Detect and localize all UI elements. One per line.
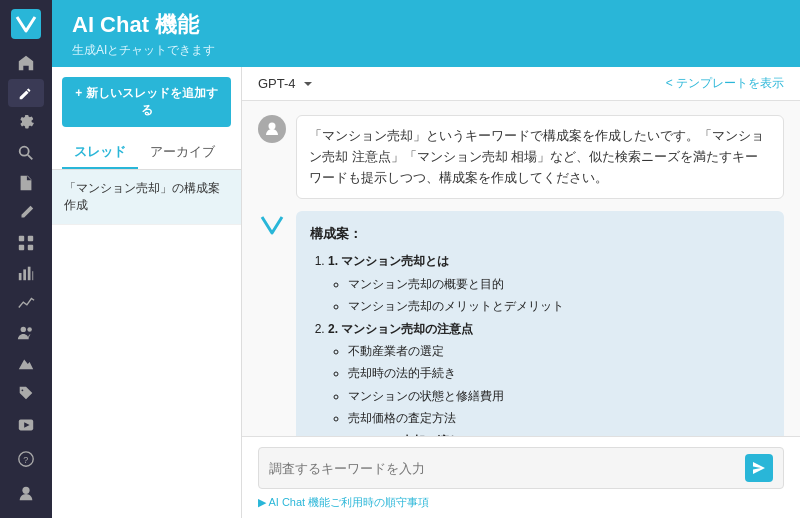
help-icon[interactable]: ? <box>8 443 44 475</box>
list-item: マンション売却の概要と目的 <box>348 274 770 294</box>
svg-text:?: ? <box>23 455 28 465</box>
dropdown-icon <box>302 78 314 90</box>
chat-messages: 「マンション売却」というキーワードで構成案を作成したいです。「マンション売却 注… <box>242 101 800 436</box>
grid-icon[interactable] <box>8 229 44 257</box>
svg-point-11 <box>21 327 26 332</box>
svg-rect-3 <box>19 236 24 241</box>
model-label: GPT-4 <box>258 76 296 91</box>
svg-rect-7 <box>19 273 22 280</box>
list-item: 売却価格の査定方法 <box>348 408 770 428</box>
pen-icon[interactable] <box>8 199 44 227</box>
mountain-icon[interactable] <box>8 349 44 377</box>
user-message-text: 「マンション売却」というキーワードで構成案を作成したいです。「マンション売却 注… <box>296 115 784 199</box>
list-item: マンションの状態と修繕費用 <box>348 386 770 406</box>
user-icon[interactable] <box>8 477 44 509</box>
svg-rect-9 <box>28 266 31 280</box>
list-item: 売却時の法的手続き <box>348 363 770 383</box>
svg-point-17 <box>22 487 29 494</box>
chat-notice[interactable]: AI Chat 機能ご利用時の順守事項 <box>258 495 784 510</box>
svg-rect-6 <box>28 245 33 250</box>
send-icon <box>752 461 766 475</box>
svg-point-12 <box>27 327 32 332</box>
chat-input[interactable] <box>269 461 737 476</box>
tabs: スレッド アーカイブ <box>52 137 241 170</box>
list-item: マンション売却のメリットとデメリット <box>348 296 770 316</box>
svg-rect-5 <box>19 245 24 250</box>
tag-icon[interactable] <box>8 379 44 407</box>
ai-message-content: 構成案： 1. マンション売却とは マンション売却の概要と目的 マンション売却の… <box>296 211 784 436</box>
settings-icon[interactable] <box>8 109 44 137</box>
section-1-title: 1. マンション売却とは マンション売却の概要と目的 マンション売却のメリットと… <box>328 251 770 316</box>
section-2-title: 2. マンション売却の注意点 不動産業者の選定 売却時の法的手続き マンションの… <box>328 319 770 429</box>
tab-archive[interactable]: アーカイブ <box>138 137 227 169</box>
svg-rect-10 <box>32 271 33 280</box>
user-avatar <box>258 115 286 143</box>
svg-rect-8 <box>23 269 26 280</box>
thread-list: 「マンション売却」の構成案作成 <box>52 170 241 518</box>
thread-item[interactable]: 「マンション売却」の構成案作成 <box>52 170 241 225</box>
right-panel: GPT-4 < テンプレートを表示 「マンション売却」というキーワードで構成案を… <box>242 67 800 518</box>
people-icon[interactable] <box>8 319 44 347</box>
add-thread-button[interactable]: + 新しいスレッドを追加する <box>62 77 231 127</box>
model-selector[interactable]: GPT-4 <box>258 76 314 91</box>
edit-icon[interactable] <box>8 79 44 107</box>
svg-line-2 <box>28 154 33 159</box>
ai-message: 構成案： 1. マンション売却とは マンション売却の概要と目的 マンション売却の… <box>258 211 784 436</box>
page-subtitle: 生成AIとチャットできます <box>72 42 780 59</box>
chat-toolbar: GPT-4 < テンプレートを表示 <box>242 67 800 101</box>
main-content: AI Chat 機能 生成AIとチャットできます + 新しいスレッドを追加する … <box>52 0 800 518</box>
send-button[interactable] <box>745 454 773 482</box>
graph-icon[interactable] <box>8 289 44 317</box>
left-panel: + 新しいスレッドを追加する スレッド アーカイブ 「マンション売却」の構成案作… <box>52 67 242 518</box>
outline-title: 構成案： <box>310 223 770 245</box>
header: AI Chat 機能 生成AIとチャットできます <box>52 0 800 67</box>
sidebar: ? <box>0 0 52 518</box>
ai-avatar <box>258 211 286 239</box>
chat-input-row <box>258 447 784 489</box>
user-message: 「マンション売却」というキーワードで構成案を作成したいです。「マンション売却 注… <box>258 115 784 199</box>
template-button[interactable]: < テンプレートを表示 <box>666 75 784 92</box>
home-icon[interactable] <box>8 49 44 77</box>
search-icon[interactable] <box>8 139 44 167</box>
chat-input-area: AI Chat 機能ご利用時の順守事項 <box>242 436 800 518</box>
chart-icon[interactable] <box>8 259 44 287</box>
content-area: + 新しいスレッドを追加する スレッド アーカイブ 「マンション売却」の構成案作… <box>52 67 800 518</box>
file-icon[interactable] <box>8 169 44 197</box>
page-title: AI Chat 機能 <box>72 10 780 40</box>
tab-thread[interactable]: スレッド <box>62 137 138 169</box>
list-item: 不動産業者の選定 <box>348 341 770 361</box>
svg-point-1 <box>20 146 29 155</box>
svg-rect-4 <box>28 236 33 241</box>
svg-rect-0 <box>11 9 41 39</box>
svg-point-18 <box>269 123 276 130</box>
youtube-icon[interactable] <box>8 409 44 441</box>
sidebar-logo <box>8 8 44 40</box>
